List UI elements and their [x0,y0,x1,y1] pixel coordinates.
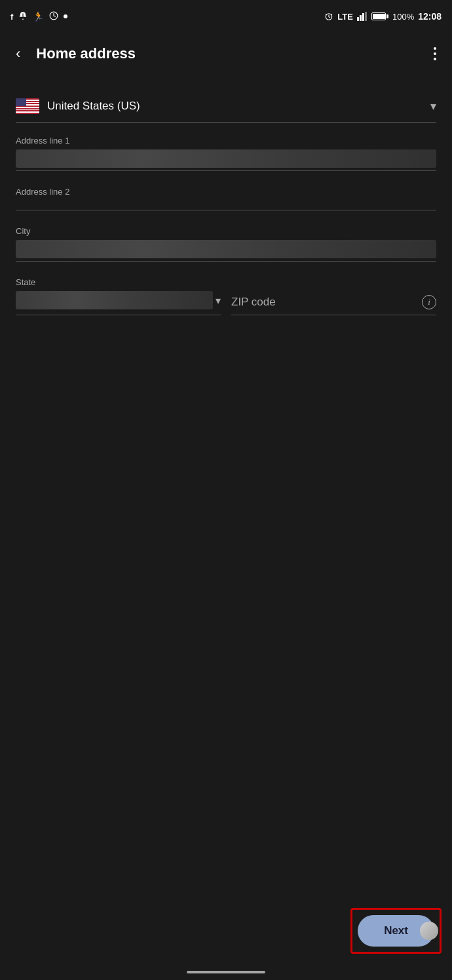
clock-icon [49,11,58,22]
address-line-1-underline [16,170,436,171]
app-bar: ‹ Home address [0,33,452,75]
address-line-1-obscured [16,149,436,168]
svg-rect-3 [360,15,362,21]
next-button-label: Next [384,924,408,937]
back-button[interactable]: ‹ [10,40,26,68]
svg-rect-5 [365,12,367,21]
address-line-2-underline [16,210,436,210]
battery-label: 100% [392,12,414,22]
next-button-highlight: Next [350,908,442,954]
state-label: State [16,277,221,287]
svg-rect-2 [357,17,359,21]
next-button-circle [420,922,438,940]
city-field: City [16,226,436,262]
more-dot-2 [434,52,436,55]
flag-us-icon [16,98,39,114]
address-line-1-label: Address line 1 [16,136,436,146]
more-options-button[interactable] [428,42,442,66]
state-obscured [16,291,213,309]
bottom-area: Next [0,836,452,980]
address-line-2-label: Address line 2 [16,187,436,197]
alarm-bell-icon [18,11,28,22]
svg-rect-4 [362,13,364,21]
running-icon: 🏃 [33,11,44,22]
state-chevron-icon: ▾ [216,294,221,307]
city-obscured [16,240,436,258]
country-label: United States (US) [47,100,140,113]
status-bar-right-icons: LTE 100% 12:08 [324,11,442,22]
country-left: United States (US) [16,98,140,114]
lte-label: LTE [337,12,353,22]
facebook-icon: f [10,12,13,22]
city-label: City [16,226,436,236]
home-indicator [187,971,265,973]
country-selector[interactable]: United States (US) ▾ [16,90,436,123]
alarm-icon [324,12,333,21]
app-bar-left: ‹ Home address [10,40,136,68]
zip-code-row: ZIP code i [231,295,436,315]
more-dot-3 [434,58,436,60]
battery-icon [371,12,388,20]
signal-icon [357,12,367,21]
zip-info-icon[interactable]: i [422,295,436,309]
address-line-1-field: Address line 1 [16,136,436,171]
zip-code-label: ZIP code [231,296,276,309]
next-button[interactable]: Next [358,915,434,947]
status-bar: f 🏃 LTE [0,0,452,33]
state-zip-row: State ▾ ZIP code i [16,277,436,315]
time-label: 12:08 [418,11,442,22]
more-dot-1 [434,47,436,50]
form-container: United States (US) ▾ Address line 1 Addr… [0,75,452,315]
chevron-down-icon: ▾ [430,99,436,113]
city-underline [16,261,436,262]
zip-code-field: ZIP code i [231,295,436,315]
state-field: State ▾ [16,277,221,315]
page-title: Home address [36,45,136,62]
notification-dot [64,14,67,18]
status-bar-left-icons: f 🏃 [10,11,67,22]
address-line-2-field: Address line 2 [16,187,436,210]
